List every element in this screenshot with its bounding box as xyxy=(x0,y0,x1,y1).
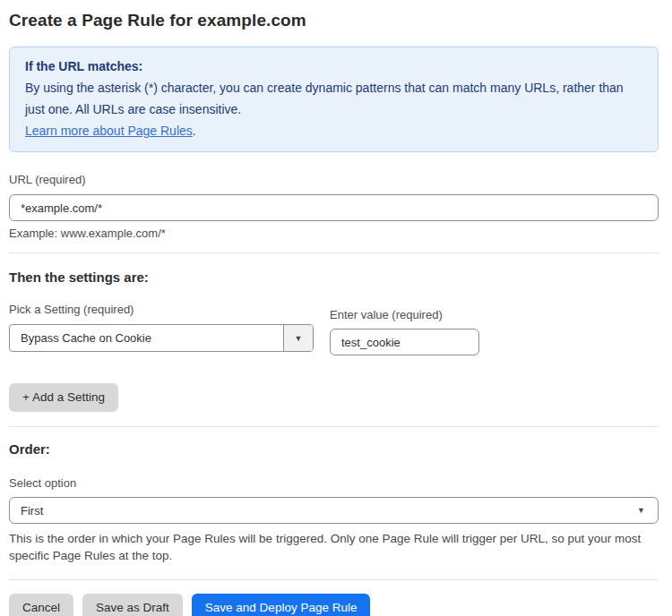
order-select-label: Select option xyxy=(9,476,659,490)
setting-select[interactable]: Bypass Cache on Cookie ▼ xyxy=(9,324,314,352)
learn-more-link[interactable]: Learn more about Page Rules xyxy=(25,124,193,138)
divider-after-url xyxy=(9,252,659,253)
order-select-value: First xyxy=(21,504,43,518)
url-example-helper: Example: www.example.com/* xyxy=(9,227,659,240)
save-as-draft-button[interactable]: Save as Draft xyxy=(82,594,183,616)
order-select[interactable]: First ▼ xyxy=(9,497,659,524)
footer-actions: Cancel Save as Draft Save and Deploy Pag… xyxy=(9,594,659,616)
create-page-rule-form: Create a Page Rule for example.com If th… xyxy=(0,0,672,616)
info-box-body: By using the asterisk (*) character, you… xyxy=(25,77,642,120)
enter-value-column: Enter value (required) xyxy=(330,303,479,355)
settings-section-heading: Then the settings are: xyxy=(9,270,659,285)
save-and-deploy-button[interactable]: Save and Deploy Page Rule xyxy=(192,594,371,616)
divider-footer xyxy=(9,579,659,580)
url-field-block: URL (required) Example: www.example.com/… xyxy=(9,171,659,240)
link-period: . xyxy=(193,124,196,138)
info-box-link-line: Learn more about Page Rules. xyxy=(25,120,642,141)
chevron-down-icon: ▼ xyxy=(637,506,645,515)
setting-value-input[interactable] xyxy=(330,329,479,355)
url-matches-info-box: If the URL matches: By using the asteris… xyxy=(9,47,659,152)
pick-setting-column: Pick a Setting (required) Bypass Cache o… xyxy=(9,303,314,352)
order-helper-text: This is the order in which your Page Rul… xyxy=(9,530,654,564)
enter-value-label: Enter value (required) xyxy=(330,308,479,321)
url-input[interactable] xyxy=(9,194,659,221)
url-field-label: URL (required) xyxy=(9,173,86,186)
cancel-button[interactable]: Cancel xyxy=(9,594,73,616)
settings-row: Pick a Setting (required) Bypass Cache o… xyxy=(9,303,659,355)
pick-setting-label: Pick a Setting (required) xyxy=(9,303,314,316)
divider-after-settings xyxy=(9,426,659,427)
info-box-heading: If the URL matches: xyxy=(25,56,642,77)
page-title: Create a Page Rule for example.com xyxy=(9,11,659,30)
setting-select-value: Bypass Cache on Cookie xyxy=(10,325,283,351)
add-setting-button[interactable]: + Add a Setting xyxy=(9,383,118,412)
order-section-heading: Order: xyxy=(9,441,659,457)
chevron-down-icon[interactable]: ▼ xyxy=(283,325,313,351)
